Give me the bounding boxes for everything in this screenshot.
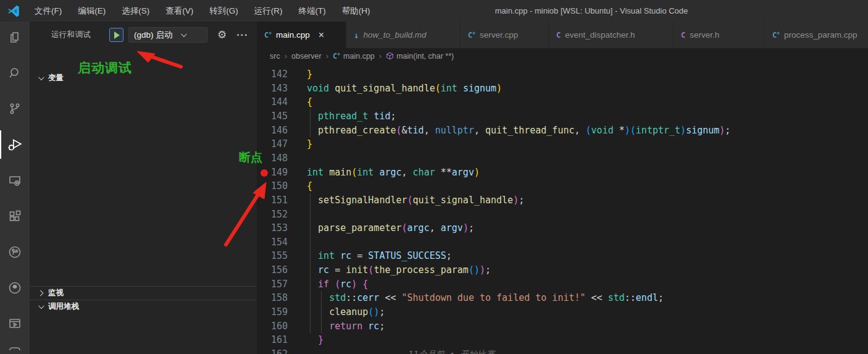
code-line-152[interactable]: 152 (257, 208, 868, 222)
code-line-156[interactable]: 156 rc = init(the_process_param()); (257, 263, 868, 277)
chevron-right-icon: › (379, 51, 382, 61)
section-call-stack[interactable]: 调用堆栈 (30, 300, 257, 313)
code-line-147[interactable]: 147} (257, 137, 868, 151)
menu-run[interactable]: 运行(R) (246, 0, 291, 22)
code-line-143[interactable]: 143void quit_signal_handle(int signum) (257, 82, 868, 96)
debug-config-dropdown[interactable]: (gdb) 启动 (128, 27, 207, 43)
tab-event-dispatcher-h[interactable]: C event_dispatcher.h (549, 22, 674, 48)
code-text: cleanup(); (307, 305, 385, 319)
gear-icon[interactable]: ⚙ (217, 28, 227, 41)
debug-start-button[interactable] (109, 28, 123, 42)
breadcrumb-main-cpp[interactable]: main.cpp (343, 52, 375, 61)
code-line-144[interactable]: 144{ (257, 95, 868, 109)
breadcrumb-observer[interactable]: observer (291, 52, 322, 61)
run-and-debug-icon[interactable] (0, 129, 30, 160)
breadcrumb-main-function[interactable]: main(int, char **) (396, 52, 454, 61)
code-line-161[interactable]: 161 } (257, 333, 868, 347)
code-line-157[interactable]: 157 if (rc) { (257, 277, 868, 292)
code-line-159[interactable]: 159 cleanup(); (257, 305, 868, 319)
code-line-162[interactable]: 16211个月前 • 开始比赛 (257, 347, 868, 354)
tab-label: server.cpp (480, 30, 518, 40)
breadcrumb-src[interactable]: src (270, 52, 280, 61)
menu-file[interactable]: 文件(F) (27, 0, 70, 22)
cpp-file-icon: C+ (468, 30, 475, 40)
code-text: int main(int argc, char **argv) (307, 166, 480, 180)
tab-server-h[interactable]: C server.h (674, 22, 765, 48)
editor-tab-bar: C+ main.cpp × ↓ how_to_build.md C+ serve… (257, 22, 868, 48)
extensions-icon[interactable] (0, 201, 30, 232)
tab-how-to-build-md[interactable]: ↓ how_to_build.md (346, 22, 461, 48)
code-line-149[interactable]: 149int main(int argc, char **argv) (257, 166, 868, 180)
code-line-160[interactable]: 160 return rc; (257, 319, 868, 334)
code-line-151[interactable]: 151 setSignalHandler(quit_signal_handle)… (257, 193, 868, 208)
line-number: 147 (257, 137, 288, 151)
vscode-window: 文件(F) 编辑(E) 选择(S) 查看(V) 转到(G) 运行(R) 终端(T… (0, 0, 868, 354)
tab-label: event_dispatcher.h (565, 30, 635, 40)
menu-help[interactable]: 帮助(H) (334, 0, 378, 22)
code-line-142[interactable]: 142} (257, 67, 868, 82)
github-icon[interactable] (0, 272, 30, 303)
tab-process-param-cpp[interactable]: C+ process_param.cpp (765, 22, 868, 48)
code-text: void quit_signal_handle(int signum) (307, 82, 502, 96)
code-text: return rc; (307, 319, 385, 334)
close-icon[interactable]: × (319, 30, 324, 41)
code-text: } (307, 333, 323, 347)
line-number: 154 (257, 235, 288, 250)
vscode-logo-icon (7, 4, 20, 18)
code-line-146[interactable]: 146 pthread_create(&tid, nullptr, quit_t… (257, 124, 868, 138)
tab-label: main.cpp (276, 30, 310, 40)
code-line-155[interactable]: 155 int rc = STATUS_SUCCESS; (257, 249, 868, 263)
code-line-158[interactable]: 158 std::cerr << "Shutdown due to failed… (257, 291, 868, 305)
line-number: 142 (257, 67, 288, 82)
line-number: 161 (257, 333, 288, 347)
code-text: std::cerr << "Shutdown due to failed to … (307, 291, 664, 305)
live-preview-icon[interactable] (0, 308, 30, 339)
chevron-down-icon (38, 303, 44, 309)
menu-selection[interactable]: 选择(S) (114, 0, 157, 22)
sidebar-title: 运行和调试 (51, 30, 91, 40)
source-control-icon[interactable] (0, 93, 30, 124)
menu-edit[interactable]: 编辑(E) (70, 0, 114, 22)
code-line-154[interactable]: 154 (257, 235, 868, 250)
menu-terminal[interactable]: 终端(T) (291, 0, 334, 22)
cpp-file-icon: C+ (333, 51, 340, 61)
code-editor[interactable]: 141142}143void quit_signal_handle(int si… (257, 64, 868, 354)
markdown-file-icon: ↓ (354, 30, 359, 40)
line-number: 151 (257, 193, 288, 208)
activity-bar (0, 22, 30, 354)
tab-label: how_to_build.md (363, 30, 426, 40)
code-text: } (307, 67, 312, 82)
code-line-148[interactable]: 148 (257, 151, 868, 166)
code-line-153[interactable]: 153 parse_parameter(argc, argv); (257, 221, 868, 235)
git-graph-icon[interactable] (0, 237, 30, 268)
code-line-150[interactable]: 150{ (257, 179, 868, 193)
tab-server-cpp[interactable]: C+ server.cpp (461, 22, 549, 48)
remote-explorer-icon[interactable] (0, 165, 30, 196)
window-title: main.cpp - miniob [WSL: Ubuntu] - Visual… (495, 0, 688, 22)
code-line-145[interactable]: 145 pthread_t tid; (257, 109, 868, 124)
menu-go[interactable]: 转到(G) (201, 0, 246, 22)
code-text: int rc = STATUS_SUCCESS; (307, 249, 452, 263)
code-text: { (307, 95, 312, 109)
line-number: 144 (257, 95, 288, 109)
code-text: setSignalHandler(quit_signal_handle); (307, 193, 524, 208)
section-label: 监视 (48, 288, 64, 298)
section-variables[interactable]: 变量 (30, 71, 257, 85)
chevron-right-icon: › (326, 51, 328, 61)
line-number: 159 (257, 305, 288, 319)
search-icon[interactable] (0, 57, 30, 88)
section-watch[interactable]: 监视 (30, 286, 257, 300)
more-actions-icon[interactable]: ··· (236, 30, 248, 41)
tab-main-cpp[interactable]: C+ main.cpp × (257, 22, 346, 48)
header-file-icon: C (681, 31, 685, 40)
explorer-icon[interactable] (0, 22, 30, 53)
chevron-right-icon (38, 290, 44, 297)
run-debug-sidebar: 运行和调试 (gdb) 启动 ⚙ ··· 变量 监视 调用堆栈 (30, 22, 257, 354)
line-number: 152 (257, 208, 288, 222)
partial-bottom-icon[interactable] (0, 344, 30, 353)
tab-label: process_param.cpp (784, 30, 858, 40)
menu-view[interactable]: 查看(V) (157, 0, 201, 22)
line-number: 146 (257, 124, 288, 138)
code-text: parse_parameter(argc, argv); (307, 221, 474, 235)
sidebar-header: 运行和调试 (gdb) 启动 ⚙ ··· (30, 22, 257, 48)
